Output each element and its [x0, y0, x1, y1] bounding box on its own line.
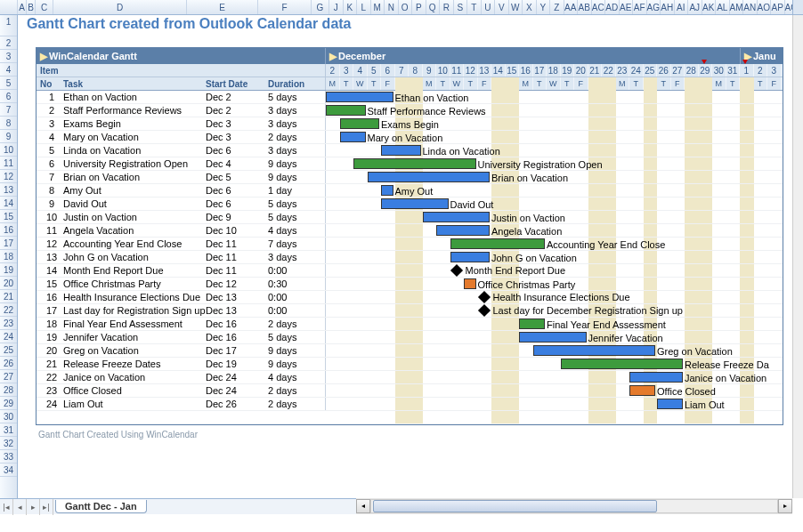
gantt-bar[interactable]: Office Closed [629, 385, 655, 396]
col-header[interactable]: E [187, 0, 258, 14]
tab-last-icon[interactable]: ▸| [40, 499, 53, 515]
col-header[interactable]: U [482, 0, 496, 14]
gantt-row[interactable]: 4Mary on VacationDec 32 daysMary on Vaca… [36, 131, 783, 144]
row-header[interactable]: 31 [0, 423, 17, 437]
col-header[interactable]: F [258, 0, 312, 14]
gantt-row[interactable]: 10Justin on VactionDec 95 daysJustin on … [36, 211, 783, 224]
col-header[interactable]: T [467, 0, 482, 14]
gantt-bar[interactable]: Liam Out [657, 399, 683, 409]
gantt-bar[interactable]: Brian on Vacation [368, 172, 491, 182]
col-header[interactable]: J [329, 0, 344, 14]
gantt-row[interactable]: 24Liam OutDec 262 daysLiam Out [36, 398, 783, 411]
row-header[interactable]: 15 [0, 210, 17, 223]
gantt-bar[interactable]: Exams Begin [340, 118, 380, 129]
scroll-track[interactable] [370, 499, 778, 513]
row-header[interactable]: 30 [0, 410, 17, 423]
gantt-row[interactable]: 18Final Year End AssessmentDec 162 daysF… [36, 318, 783, 331]
row-header[interactable]: 19 [0, 263, 17, 277]
col-header[interactable]: D [53, 0, 187, 14]
gantt-row[interactable]: 16Health Insurance Elections DueDec 130:… [36, 291, 783, 304]
col-header[interactable]: Q [426, 0, 441, 14]
col-header[interactable]: N [385, 0, 399, 14]
vertical-scrollbar[interactable] [792, 15, 803, 498]
col-header[interactable]: AK [702, 0, 717, 14]
row-header[interactable]: 5 [0, 77, 17, 90]
row-header[interactable]: 26 [0, 357, 17, 370]
col-header[interactable]: B [27, 0, 36, 14]
selectall-corner[interactable] [792, 0, 803, 15]
row-header[interactable]: 17 [0, 237, 17, 250]
gantt-row[interactable]: 22Janice on VacationDec 244 daysJanice o… [36, 371, 783, 384]
col-header[interactable]: AL [716, 0, 730, 14]
gantt-bar[interactable]: Linda on Vacation [381, 145, 421, 156]
grid-area[interactable]: Gantt Chart created from Outlook Calenda… [18, 15, 792, 498]
row-header[interactable]: 8 [0, 117, 17, 130]
gantt-bar[interactable]: Office Christmas Party [464, 278, 476, 289]
row-header[interactable]: 4 [0, 63, 17, 77]
col-header[interactable]: AI [675, 0, 689, 14]
row-header[interactable]: 20 [0, 277, 17, 290]
row-header[interactable]: 25 [0, 343, 17, 357]
scroll-left-icon[interactable]: ◂ [356, 499, 370, 513]
gantt-row[interactable]: 12Accounting Year End CloseDec 117 daysA… [36, 238, 783, 251]
row-header[interactable]: 14 [0, 197, 17, 210]
col-header[interactable]: C [36, 0, 53, 14]
gantt-bar[interactable]: Justin on Vaction [423, 212, 491, 222]
col-header[interactable]: Y [537, 0, 551, 14]
col-header[interactable]: AJ [688, 0, 702, 14]
col-header[interactable]: X [523, 0, 537, 14]
gantt-bar[interactable]: Accounting Year End Close [450, 238, 546, 249]
horizontal-scrollbar[interactable]: ◂ ▸ [356, 498, 792, 514]
col-header[interactable]: AN [743, 0, 758, 14]
col-header[interactable]: AA [564, 0, 579, 14]
gantt-bar[interactable]: Jennifer Vacation [519, 332, 587, 343]
gantt-row[interactable]: 21Release Freeze DatesDec 199 daysReleas… [36, 358, 783, 371]
row-header[interactable]: 18 [0, 250, 17, 263]
gantt-bar[interactable]: Final Year End Assessment [519, 318, 545, 329]
col-header[interactable]: AB [578, 0, 592, 14]
gantt-row[interactable]: 8Amy OutDec 61 dayAmy Out [36, 184, 783, 197]
gantt-row[interactable]: 1Ethan on VactionDec 25 daysEthan on Vac… [36, 91, 783, 104]
sheet-tab[interactable]: Gantt Dec - Jan [55, 500, 147, 513]
gantt-row[interactable]: 11Angela VacationDec 104 daysAngela Vaca… [36, 224, 783, 238]
row-header[interactable]: 6 [0, 90, 17, 103]
row-header[interactable]: 34 [0, 463, 17, 477]
col-header[interactable]: AC [592, 0, 606, 14]
row-header[interactable]: 13 [0, 183, 17, 197]
gantt-bar[interactable]: Release Freeze Da [561, 359, 684, 369]
row-header[interactable]: 7 [0, 103, 17, 117]
col-header[interactable]: AP [771, 0, 785, 14]
row-header[interactable]: 32 [0, 437, 17, 450]
gantt-row[interactable]: 20Greg on VacationDec 179 daysGreg on Va… [36, 344, 783, 358]
col-header[interactable]: V [495, 0, 509, 14]
col-header[interactable]: AM [730, 0, 744, 14]
col-header[interactable]: W [509, 0, 523, 14]
gantt-row[interactable]: 7Brian on VacationDec 59 daysBrian on Va… [36, 171, 783, 184]
gantt-row[interactable]: 13John G on VacationDec 113 daysJohn G o… [36, 251, 783, 264]
row-header[interactable]: 33 [0, 450, 17, 463]
col-header[interactable]: AF [633, 0, 647, 14]
row-header[interactable]: 29 [0, 397, 17, 410]
col-header[interactable]: Z [550, 0, 564, 14]
gantt-bar[interactable]: Angela Vacation [436, 225, 490, 236]
col-header[interactable]: K [344, 0, 358, 14]
gantt-row[interactable]: 6University Registration OpenDec 49 days… [36, 157, 783, 171]
row-header[interactable]: 16 [0, 223, 17, 237]
gantt-bar[interactable]: University Registration Open [353, 158, 476, 169]
tab-prev-icon[interactable]: ◂ [13, 499, 27, 515]
gantt-bar[interactable]: Greg on Vacation [533, 345, 656, 356]
col-header[interactable]: AG [647, 0, 661, 14]
tab-next-icon[interactable]: ▸ [27, 499, 40, 515]
gantt-row[interactable]: 17Last day for Registration Sign upDec 1… [36, 304, 783, 318]
col-header[interactable]: A [18, 0, 27, 14]
col-header[interactable]: AD [605, 0, 620, 14]
gantt-row[interactable]: 3Exams BeginDec 33 daysExams Begin [36, 117, 783, 131]
col-header[interactable]: L [357, 0, 371, 14]
col-header[interactable]: R [440, 0, 454, 14]
scroll-right-icon[interactable]: ▸ [778, 499, 792, 513]
row-header[interactable]: 2 [0, 36, 17, 50]
gantt-row[interactable]: 2Staff Performance ReviewsDec 23 daysSta… [36, 104, 783, 117]
row-header[interactable]: 23 [0, 317, 17, 330]
row-header[interactable]: 27 [0, 370, 17, 383]
gantt-bar[interactable]: David Out [381, 198, 449, 209]
